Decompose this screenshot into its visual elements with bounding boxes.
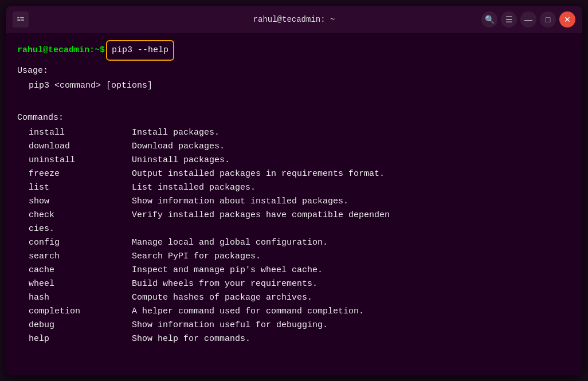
cmd-name: cache [17, 264, 132, 277]
search-button[interactable]: 🔍 [481, 11, 497, 28]
cmd-name: install [17, 126, 132, 140]
cmd-desc: Show help for commands. [132, 332, 571, 346]
svg-rect-0 [17, 17, 19, 18]
command-text: pip3 --help [108, 42, 172, 58]
titlebar-controls: 🔍 ☰ — □ ✕ [481, 11, 575, 28]
cmd-name: hash [17, 291, 132, 305]
usage-line: pip3 <command> [options] [17, 79, 571, 93]
svg-rect-3 [21, 19, 24, 21]
window-title: rahul@tecadmin: ~ [253, 15, 335, 24]
svg-rect-1 [20, 17, 24, 18]
svg-rect-2 [17, 19, 21, 21]
cmd-desc: Uninstall packages. [132, 154, 571, 167]
cmd-desc: Show information about installed package… [132, 195, 571, 209]
cmd-name: check [17, 209, 132, 222]
commands-table: installInstall packages.downloadDownload… [17, 126, 571, 346]
terminal-window: rahul@tecadmin: ~ 🔍 ☰ — □ ✕ rahul@tecadm… [6, 6, 582, 375]
cmd-name: show [17, 195, 132, 209]
cmd-desc: Search PyPI for packages. [132, 250, 571, 264]
cmd-desc: Inspect and manage pip's wheel cache. [132, 264, 571, 277]
cmd-desc: Build wheels from your requirements. [132, 277, 571, 291]
cmd-desc: Download packages. [132, 140, 571, 154]
cmd-name: freeze [17, 167, 132, 181]
cmd-desc: Compute hashes of package archives. [132, 291, 571, 305]
terminal-body[interactable]: rahul@tecadmin:~$ pip3 --help Usage: pip… [6, 33, 582, 375]
minimize-button[interactable]: — [520, 11, 536, 28]
cmd-desc: Output installed packages in requirement… [132, 167, 571, 181]
cmd-name: config [17, 236, 132, 250]
cmd-name: uninstall [17, 154, 132, 167]
cmd-name: list [17, 181, 132, 195]
cmd-desc: Show information useful for debugging. [132, 319, 571, 332]
cmd-desc: A helper command used for command comple… [132, 305, 571, 319]
cmd-name: wheel [17, 277, 132, 291]
prompt-line: rahul@tecadmin:~$ pip3 --help [17, 42, 571, 58]
usage-header: Usage: [17, 64, 571, 78]
cmd-name: cies. [17, 222, 132, 236]
cmd-desc: Install packages. [132, 126, 571, 140]
cmd-name: help [17, 332, 132, 346]
terminal-output: Usage: pip3 <command> [options] Commands… [17, 64, 571, 346]
cmd-name: download [17, 140, 132, 154]
cmd-name: debug [17, 319, 132, 332]
prompt-user: rahul@tecadmin:~$ [17, 44, 105, 57]
cmd-desc: Verify installed packages have compatibl… [132, 209, 571, 222]
menu-button[interactable]: ☰ [501, 11, 517, 28]
cmd-desc: List installed packages. [132, 181, 571, 195]
titlebar: rahul@tecadmin: ~ 🔍 ☰ — □ ✕ [6, 6, 582, 33]
cmd-desc [132, 222, 571, 236]
close-button[interactable]: ✕ [559, 11, 575, 28]
maximize-button[interactable]: □ [540, 11, 556, 28]
terminal-icon [13, 11, 29, 28]
cmd-name: completion [17, 305, 132, 319]
cmd-name: search [17, 250, 132, 264]
cmd-desc: Manage local and global configuration. [132, 236, 571, 250]
commands-header: Commands: [17, 111, 571, 125]
titlebar-left [13, 11, 29, 28]
